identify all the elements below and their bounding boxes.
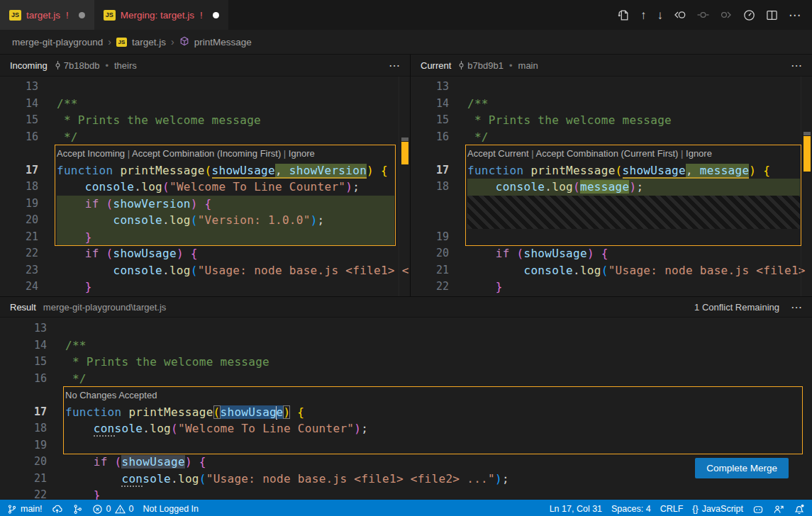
code-line[interactable]: 15 * Prints the welcome message [0, 354, 812, 371]
compare-base-icon[interactable] [697, 9, 709, 21]
line-number: 23 [0, 262, 57, 279]
overview-ruler-conflict-marker[interactable] [401, 142, 408, 164]
vscode-window: JS target.js ! JS Merging: target.js ! ↑… [0, 0, 812, 516]
code-line[interactable]: 13 [0, 79, 410, 96]
previous-conflict-icon[interactable]: ↑ [640, 9, 647, 21]
dirty-dot-icon[interactable] [79, 12, 85, 18]
code-token: showUsage [523, 247, 586, 260]
code-line[interactable]: 21 console.log("Usage: node base.js <fil… [411, 262, 812, 279]
code-token: . [573, 264, 580, 277]
more-actions-icon[interactable]: ⋯ [791, 59, 802, 72]
code-token: , [275, 164, 289, 179]
overview-ruler-conflict-marker[interactable] [803, 136, 811, 172]
copilot-button[interactable] [752, 500, 764, 516]
code-line[interactable]: 23 console.log("Usage: node base.js <fil… [0, 262, 410, 279]
notifications-button[interactable] [794, 500, 805, 516]
code-line[interactable]: 13 [411, 79, 812, 96]
code-line[interactable]: 16 */ [0, 129, 410, 146]
code-line[interactable]: 16 */ [411, 129, 812, 146]
braces-icon: {} [692, 504, 698, 514]
incoming-editor[interactable]: 1314/**15 * Prints the welcome message16… [0, 77, 410, 296]
cursor-position[interactable]: Ln 17, Col 31 [550, 500, 602, 516]
tab-modified-mark: ! [200, 10, 203, 21]
code-line[interactable]: 22 } [0, 487, 812, 500]
code-line[interactable]: 18 console.log("Welcome To Line Counter"… [0, 420, 812, 437]
code-line[interactable]: 15 * Prints the welcome message [411, 112, 812, 129]
login-status[interactable]: Not Logged In [143, 500, 199, 516]
compare-right-icon[interactable] [720, 9, 733, 21]
more-actions-icon[interactable]: ⋯ [389, 59, 400, 72]
conflict-action-link[interactable]: Accept Incoming [57, 148, 125, 159]
code-line[interactable]: 22 if (showUsage) { [0, 245, 410, 262]
feedback-button[interactable] [773, 500, 784, 516]
code-line[interactable]: 21 } [0, 229, 410, 246]
code-token: showUsag [221, 405, 277, 419]
source-control-graph-button[interactable] [72, 500, 83, 516]
eol-setting[interactable]: CRLF [660, 500, 684, 516]
code-line[interactable]: 18 console.log(message); [411, 179, 812, 196]
js-file-icon: JS [9, 10, 21, 21]
open-changes-icon[interactable] [618, 9, 630, 21]
dirty-dot-icon[interactable] [213, 12, 219, 18]
branch-status[interactable]: main! [7, 500, 43, 516]
code-line[interactable]: 20 if (showUsage) { [411, 245, 812, 262]
code-line[interactable]: 15 * Prints the welcome message [0, 112, 410, 129]
breadcrumb-file[interactable]: target.js [132, 37, 166, 47]
problems-indicator[interactable]: 0 0 [92, 500, 134, 516]
conflict-action-link[interactable]: Accept Combination (Current First) [536, 148, 679, 159]
tab-merging-target-js[interactable]: JS Merging: target.js ! [94, 0, 228, 30]
code-line[interactable]: 20 if (showUsage) { [0, 454, 812, 471]
indentation-setting[interactable]: Spaces: 4 [611, 500, 651, 516]
current-editor[interactable]: 1314/**15 * Prints the welcome message16… [411, 77, 812, 296]
code-line[interactable]: 21 console.log("Usage: node base.js <fil… [0, 471, 812, 488]
code-line[interactable]: 13 [0, 320, 812, 337]
next-conflict-icon[interactable]: ↓ [657, 9, 664, 21]
split-editor-icon[interactable] [766, 9, 778, 21]
code-line[interactable]: 17function printMessage(showUsage) { [0, 404, 812, 421]
code-line[interactable]: 18 console.log("Welcome To Line Counter"… [0, 179, 410, 196]
code-line[interactable]: 14/** [0, 337, 812, 354]
overview-ruler[interactable] [801, 77, 812, 296]
code-token: ; [636, 180, 643, 194]
code-token: { [374, 164, 388, 177]
conflict-action-link[interactable]: No Changes Accepted [65, 390, 157, 400]
code-line[interactable]: 16 */ [0, 371, 812, 388]
code-line[interactable]: 19 [0, 437, 812, 454]
result-editor[interactable]: Complete Merge 1314/**15 * Prints the we… [0, 318, 812, 500]
code-line[interactable]: 14/** [411, 96, 812, 113]
breadcrumb-symbol[interactable]: printMessage [194, 37, 252, 47]
conflict-action-link[interactable]: Accept Combination (Incoming First) [132, 148, 281, 159]
breadcrumb-folder[interactable]: merge-git-playground [12, 37, 103, 47]
conflict-action-link[interactable]: Ignore [686, 148, 712, 159]
code-line[interactable]: 19 [411, 229, 812, 246]
tab-bar: JS target.js ! JS Merging: target.js ! ↑… [0, 0, 812, 30]
diff-line-highlight [57, 229, 394, 246]
code-line[interactable]: 20 console.log("Version: 1.0.0"); [0, 212, 410, 229]
line-number [0, 145, 57, 162]
code-token: ) [587, 247, 594, 260]
publish-changes-button[interactable] [52, 500, 63, 516]
bullet-icon: • [105, 60, 109, 71]
code-token: , [686, 164, 700, 179]
language-mode[interactable]: {} JavaScript [692, 500, 743, 516]
more-actions-icon[interactable]: ⋯ [791, 301, 802, 314]
code-token: ( [162, 180, 169, 194]
code-line[interactable]: 14/** [0, 96, 410, 113]
merge-dial-icon[interactable] [743, 9, 755, 21]
code-line[interactable]: 24 } [0, 279, 410, 296]
tab-target-js[interactable]: JS target.js ! [0, 0, 94, 30]
line-number: 17 [0, 404, 65, 421]
complete-merge-button[interactable]: Complete Merge [695, 458, 789, 478]
conflict-action-link[interactable]: Ignore [289, 148, 315, 159]
more-actions-icon[interactable]: ⋯ [789, 9, 801, 21]
compare-left-icon[interactable] [674, 9, 686, 21]
code-line[interactable]: 17function printMessage(showUsage, messa… [411, 162, 812, 179]
code-line[interactable]: 22 } [411, 279, 812, 296]
code-line[interactable]: 19 if (showVersion) { [0, 196, 410, 213]
bell-icon [794, 503, 805, 515]
code-line[interactable]: 17function printMessage(showUsage, showV… [0, 162, 410, 179]
conflict-action-link[interactable]: Accept Current [467, 148, 529, 159]
overview-ruler[interactable] [399, 77, 410, 296]
line-number: 15 [411, 112, 467, 129]
code-token: if [85, 197, 106, 211]
